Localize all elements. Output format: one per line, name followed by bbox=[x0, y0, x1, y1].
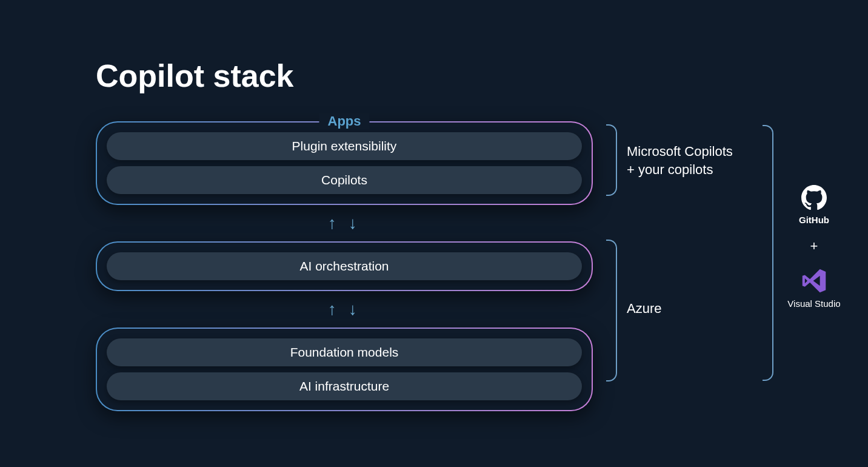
pill-plugin-extensibility: Plugin extensibility bbox=[107, 132, 582, 160]
pill-ai-infrastructure: AI infrastructure bbox=[107, 372, 582, 400]
tools-column: GitHub + Visual Studio bbox=[781, 185, 847, 309]
bracket-azure-label: Azure bbox=[627, 300, 661, 318]
diagram-title: Copilot stack bbox=[96, 58, 294, 94]
group-apps-label: Apps bbox=[319, 113, 370, 129]
visual-studio-icon bbox=[801, 267, 827, 296]
group-orchestration: AI orchestration bbox=[97, 243, 592, 290]
stack-column: Apps Plugin extensibility Copilots ↑ ↓ A… bbox=[96, 121, 593, 411]
pill-copilots: Copilots bbox=[107, 166, 582, 194]
bracket-apps bbox=[606, 124, 617, 196]
github-label: GitHub bbox=[799, 215, 829, 225]
group-orchestration-wrapper: AI orchestration bbox=[96, 241, 593, 291]
github-icon bbox=[801, 185, 827, 212]
arrows-icon: ↑ ↓ bbox=[96, 205, 593, 241]
pill-foundation-models: Foundation models bbox=[107, 338, 582, 366]
bracket-tools bbox=[763, 125, 773, 381]
tool-visual-studio: Visual Studio bbox=[787, 267, 840, 309]
group-foundation: Foundation models AI infrastructure bbox=[97, 329, 592, 410]
pill-ai-orchestration: AI orchestration bbox=[107, 252, 582, 280]
group-foundation-wrapper: Foundation models AI infrastructure bbox=[96, 328, 593, 411]
plus-sign: + bbox=[810, 238, 818, 254]
bracket-apps-label: Microsoft Copilots + your copilots bbox=[627, 143, 733, 178]
visual-studio-label: Visual Studio bbox=[787, 298, 840, 309]
group-apps: Plugin extensibility Copilots bbox=[97, 123, 592, 204]
arrows-icon: ↑ ↓ bbox=[96, 291, 593, 328]
bracket-azure bbox=[606, 240, 617, 381]
group-apps-wrapper: Apps Plugin extensibility Copilots bbox=[96, 121, 593, 205]
tool-github: GitHub bbox=[799, 185, 829, 225]
